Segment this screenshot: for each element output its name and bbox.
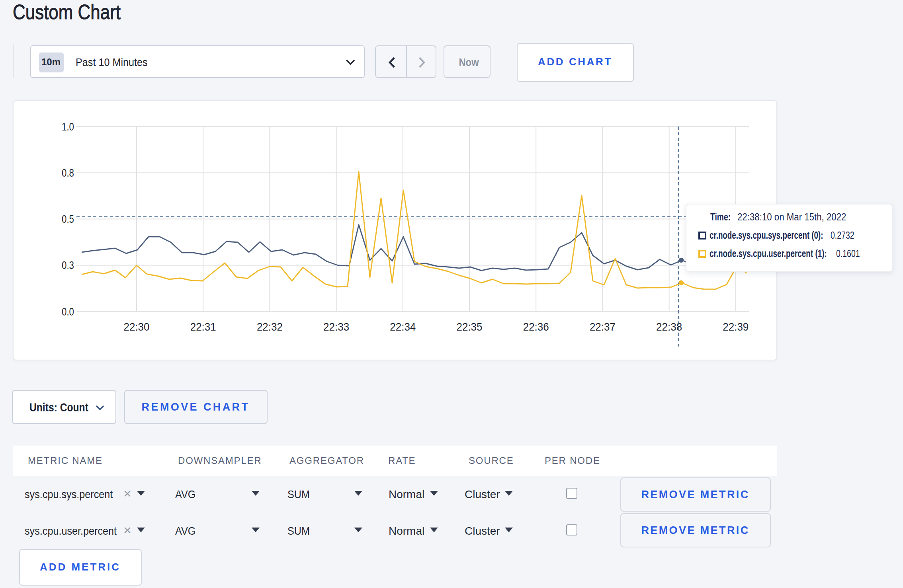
svg-text:1.0: 1.0 (62, 121, 74, 133)
svg-text:22:35: 22:35 (457, 321, 483, 333)
svg-text:0.0: 0.0 (62, 306, 74, 318)
svg-text:0.3: 0.3 (62, 259, 74, 271)
svg-text:22:33: 22:33 (323, 321, 349, 333)
svg-text:22:39: 22:39 (723, 321, 749, 333)
svg-text:22:31: 22:31 (190, 321, 216, 333)
svg-text:22:37: 22:37 (590, 321, 616, 333)
svg-text:22:34: 22:34 (390, 321, 416, 333)
svg-text:22:30: 22:30 (124, 321, 150, 333)
svg-text:0.8: 0.8 (62, 167, 74, 179)
svg-text:0.5: 0.5 (62, 213, 74, 225)
svg-text:22:36: 22:36 (523, 321, 549, 333)
svg-text:22:32: 22:32 (257, 321, 283, 333)
